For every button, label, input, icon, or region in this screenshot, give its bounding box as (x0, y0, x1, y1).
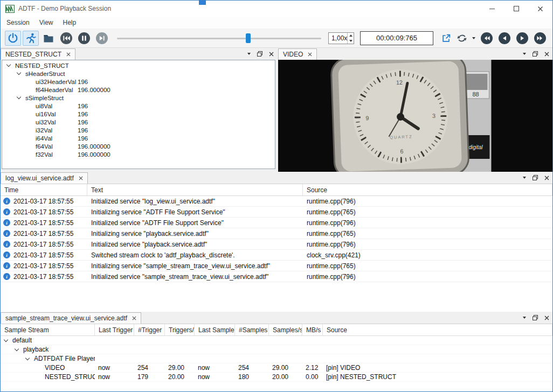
chevron-expanded-icon[interactable] (25, 355, 30, 360)
column-header[interactable]: #Samples (235, 324, 269, 335)
loop-mode-button[interactable] (455, 31, 469, 45)
slider-handle[interactable] (246, 33, 251, 43)
tab-video[interactable]: VIDEO (278, 48, 317, 60)
maximize-button[interactable] (504, 1, 528, 17)
power-toggle-button[interactable] (5, 31, 21, 46)
menu-item-view[interactable]: View (34, 17, 58, 29)
column-header[interactable]: Last Sample (195, 324, 235, 335)
chevron-expanded-icon[interactable] (4, 337, 8, 341)
timeline-slider[interactable] (117, 31, 321, 46)
toolbar: 1,00x 00:00:09:765 (1, 29, 552, 48)
speed-up-button[interactable] (348, 33, 354, 38)
loop-menu-button[interactable] (471, 31, 477, 45)
chevron-expanded-icon[interactable] (17, 95, 21, 99)
column-header[interactable]: #Trigger (134, 324, 165, 335)
table-row[interactable]: NESTED_STRUCTnow17920.00now18020.000.00[… (1, 373, 552, 382)
tree-item-label: f64Val (36, 143, 53, 150)
tree-row[interactable]: f64HeaderVal196.000000 (2, 86, 275, 94)
panel-menu-icon[interactable] (523, 177, 526, 179)
minimize-button[interactable] (480, 1, 504, 17)
tree-item-value: 196.000000 (78, 87, 110, 93)
tab-trace-view[interactable]: sample_stream_trace_view.ui_service.adtf (1, 312, 141, 324)
tree-row[interactable]: sSimpleStruct (2, 94, 275, 102)
column-header[interactable]: Time (1, 184, 87, 195)
column-header[interactable]: Text (87, 184, 303, 195)
table-row[interactable]: i2021-03-17 18:57:55Initialized service … (1, 218, 552, 228)
trace-value-cell: [pin] VIDEO (323, 364, 552, 372)
column-header[interactable]: Source (303, 184, 552, 195)
panel-menu-icon[interactable] (523, 317, 526, 319)
info-icon: i (3, 230, 10, 237)
table-row[interactable]: i2021-03-17 18:57:55Initialized service … (1, 271, 552, 282)
chevron-expanded-icon[interactable] (6, 62, 11, 67)
tree-row[interactable]: i32Val196 (2, 126, 275, 134)
close-panel-icon[interactable] (269, 52, 274, 57)
trace-view-panel: sample_stream_trace_view.ui_service.adtf… (1, 312, 552, 392)
menu-item-help[interactable]: Help (58, 17, 81, 29)
table-row[interactable]: default (1, 336, 552, 345)
close-panel-icon[interactable] (544, 316, 549, 320)
tree-row[interactable]: sHeaderStruct (2, 69, 275, 78)
time-display[interactable]: 00:00:09:765 (360, 31, 433, 45)
float-panel-icon[interactable] (257, 51, 262, 57)
panel-controls (523, 172, 549, 184)
column-header[interactable]: Last Trigger (95, 324, 134, 335)
open-session-button[interactable] (40, 31, 57, 46)
table-row[interactable]: playback (1, 345, 552, 354)
tab-close-icon[interactable] (66, 52, 71, 57)
tab-close-icon[interactable] (132, 316, 136, 320)
float-panel-icon[interactable] (533, 175, 538, 180)
pause-button[interactable] (77, 31, 91, 45)
seek-backward-button[interactable] (497, 31, 511, 45)
table-row[interactable]: i2021-03-17 18:57:55Initializing service… (1, 207, 552, 218)
column-header[interactable]: Sample Stream (1, 324, 95, 335)
detach-player-button[interactable] (439, 31, 453, 45)
panel-menu-icon[interactable] (523, 53, 526, 55)
column-header[interactable]: Samples/s (269, 324, 302, 335)
log-text-cell: Initializing service "sample_stream_trac… (87, 262, 303, 270)
tab-close-icon[interactable] (79, 176, 83, 180)
arrow-up-icon (349, 34, 352, 37)
close-panel-icon[interactable] (544, 176, 549, 180)
log-time: 2021-03-17 18:57:55 (13, 241, 73, 248)
tree-row[interactable]: ui16Val196 (2, 110, 275, 118)
tree-row[interactable]: ui32Val196 (2, 118, 275, 126)
column-header[interactable]: Triggers/s (165, 324, 195, 335)
chevron-expanded-icon[interactable] (15, 346, 19, 351)
table-row[interactable]: i2021-03-17 18:57:55Initializing service… (1, 261, 552, 271)
tree-row[interactable]: ui8Val196 (2, 102, 275, 110)
menu-item-session[interactable]: Session (2, 17, 34, 29)
table-row[interactable]: ADTFDAT File Player (1, 354, 552, 363)
skip-to-start-button[interactable] (59, 31, 73, 45)
table-row[interactable]: i2021-03-17 18:57:55Initializing service… (1, 228, 552, 239)
float-panel-icon[interactable] (533, 51, 538, 57)
panel-menu-icon[interactable] (247, 53, 251, 55)
speed-down-button[interactable] (348, 38, 354, 44)
table-row[interactable]: i2021-03-17 18:57:55Initialized service … (1, 196, 552, 207)
skip-to-end-button[interactable] (95, 31, 109, 45)
close-panel-icon[interactable] (544, 52, 549, 57)
run-mode-button[interactable] (23, 31, 39, 46)
table-row[interactable]: i2021-03-17 18:57:55Initialized service … (1, 239, 552, 250)
seek-backward-fast-button[interactable] (480, 31, 494, 45)
tree-row[interactable]: NESTED_STRUCT (2, 61, 275, 69)
speed-spinbox[interactable]: 1,00x (328, 32, 354, 44)
seek-forward-fast-button[interactable] (533, 31, 547, 45)
table-row[interactable]: VIDEOnow25429.00now25429.002.12[pin] VID… (1, 363, 552, 373)
tree-row[interactable]: ui32HeaderVal196 (2, 78, 275, 86)
seek-forward-button[interactable] (515, 31, 529, 45)
column-header[interactable]: Source (323, 324, 552, 335)
tree-row[interactable]: i64Val196 (2, 134, 275, 142)
float-panel-icon[interactable] (533, 315, 538, 320)
column-header[interactable]: MB/s (302, 324, 323, 335)
chevron-expanded-icon[interactable] (17, 71, 21, 75)
clock-numeral: 9 (365, 115, 369, 121)
table-row[interactable]: i2021-03-17 18:57:55Switched stream cloc… (1, 250, 552, 261)
tree-row[interactable]: f64Val196.000000 (2, 142, 275, 150)
tab-log-view[interactable]: log_view.ui_service.adtf (1, 172, 88, 184)
tab-close-icon[interactable] (308, 52, 312, 57)
tab-nested-struct[interactable]: NESTED_STRUCT (1, 48, 75, 60)
close-button[interactable] (528, 1, 552, 17)
trace-body: defaultplaybackADTFDAT File PlayerVIDEOn… (1, 336, 552, 382)
tree-row[interactable]: f32Val196.000000 (2, 150, 275, 158)
